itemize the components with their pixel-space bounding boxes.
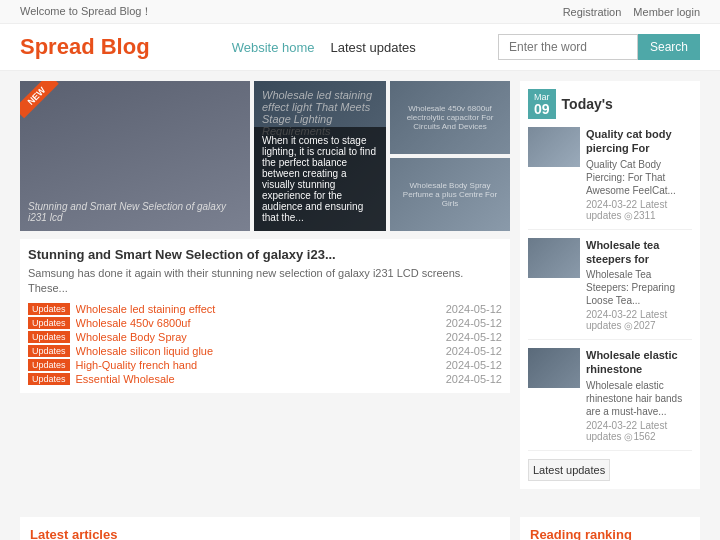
header: Spread Blog Website home Latest updates … [0,24,720,71]
nav-website-home[interactable]: Website home [232,40,315,55]
featured-left: NEW Stunning and Smart New Selection of … [20,81,250,231]
search-button[interactable]: Search [638,34,700,60]
today-thumb-3 [528,348,580,388]
update-badge-1: Updates [28,303,70,315]
new-badge-wrap: NEW [20,81,60,121]
register-link[interactable]: Registration [563,6,622,18]
feat-left-caption: Stunning and Smart New Selection of gala… [28,201,242,223]
latest-articles: Latest articles Stunning and Smart New S… [20,517,510,540]
update-item-3: Updates Wholesale Body Spray 2024-05-12 [28,331,502,343]
feat-right-bottom: Wholesale Body Spray Perfume a plus Cent… [390,158,510,231]
today-item-3: Wholesale elastic rhinestone Wholesale e… [528,348,692,451]
welcome-text: Welcome to Spread Blog！ [20,4,152,19]
update-badge-6: Updates [28,373,70,385]
featured-area: NEW Stunning and Smart New Selection of … [20,81,510,231]
article-main-desc: Samsung has done it again with their stu… [28,266,502,297]
featured-center: Wholesale led staining effect light That… [254,81,386,231]
todays-section: Mar 09 Today's Quality cat body piercing… [520,81,700,489]
latest-articles-title: Latest articles [30,527,500,540]
feat-right-top-text: Wholesale 450v 6800uf electrolytic capac… [390,100,510,135]
update-link-5[interactable]: High-Quality french hand [76,359,440,371]
right-sidebar: Mar 09 Today's Quality cat body piercing… [520,81,700,497]
today-info-3: Wholesale elastic rhinestone Wholesale e… [586,348,692,442]
update-date-6: 2024-05-12 [446,373,502,385]
update-link-1[interactable]: Wholesale led staining effect [76,303,440,315]
update-item-4: Updates Wholesale silicon liquid glue 20… [28,345,502,357]
update-item-5: Updates High-Quality french hand 2024-05… [28,359,502,371]
feat-center-caption: When it comes to stage lighting, it is c… [254,127,386,231]
bottom-section: Latest articles Stunning and Smart New S… [0,517,720,540]
logo: Spread Blog [20,34,150,60]
update-date-5: 2024-05-12 [446,359,502,371]
updates-list: Updates Wholesale led staining effect 20… [28,303,502,385]
search-bar: Search [498,34,700,60]
top-bar-links: Registration Member login [563,6,700,18]
today-item-meta-1: 2024-03-22 Latest updates ◎2311 [586,199,692,221]
today-views-1: ◎2311 [624,210,655,221]
update-link-3[interactable]: Wholesale Body Spray [76,331,440,343]
main-content: NEW Stunning and Smart New Selection of … [0,71,720,507]
update-item-6: Updates Essential Wholesale 2024-05-12 [28,373,502,385]
featured-right: Wholesale 450v 6800uf electrolytic capac… [390,81,510,231]
feat-right-top: Wholesale 450v 6800uf electrolytic capac… [390,81,510,154]
article-main-title: Stunning and Smart New Selection of gala… [28,247,502,262]
update-badge-2: Updates [28,317,70,329]
date-day: 09 [534,102,550,116]
update-date-2: 2024-05-12 [446,317,502,329]
latest-updates-button[interactable]: Latest updates [528,459,610,481]
today-item-meta-3: 2024-03-22 Latest updates ◎1562 [586,420,692,442]
update-item-2: Updates Wholesale 450v 6800uf 2024-05-12 [28,317,502,329]
today-views-3: ◎1562 [624,431,655,442]
update-link-4[interactable]: Wholesale silicon liquid glue [76,345,440,357]
today-info-2: Wholesale tea steepers for Wholesale Tea… [586,238,692,332]
today-views-2: ◎2027 [624,320,655,331]
today-item-title-1[interactable]: Quality cat body piercing For [586,127,692,156]
left-column: NEW Stunning and Smart New Selection of … [20,81,510,497]
today-info-1: Quality cat body piercing For Quality Ca… [586,127,692,221]
date-badge: Mar 09 [528,89,556,119]
update-date-4: 2024-05-12 [446,345,502,357]
today-item-desc-2: Wholesale Tea Steepers: Preparing Loose … [586,268,692,307]
reading-ranking-title: Reading ranking [530,527,690,540]
today-item-desc-1: Quality Cat Body Piercing: For That Awes… [586,158,692,197]
nav-latest-updates[interactable]: Latest updates [331,40,416,55]
update-date-3: 2024-05-12 [446,331,502,343]
today-item-desc-3: Wholesale elastic rhinestone hair bands … [586,379,692,418]
update-item-1: Updates Wholesale led staining effect 20… [28,303,502,315]
update-link-2[interactable]: Wholesale 450v 6800uf [76,317,440,329]
today-item-2: Wholesale tea steepers for Wholesale Tea… [528,238,692,341]
login-link[interactable]: Member login [633,6,700,18]
today-item-meta-2: 2024-03-22 Latest updates ◎2027 [586,309,692,331]
reading-ranking: Reading ranking Wholesale 1mm light guid… [520,517,700,540]
todays-title: Today's [562,96,613,112]
update-link-6[interactable]: Essential Wholesale [76,373,440,385]
update-badge-5: Updates [28,359,70,371]
update-date-1: 2024-05-12 [446,303,502,315]
today-thumb-2 [528,238,580,278]
top-bar: Welcome to Spread Blog！ Registration Mem… [0,0,720,24]
featured-center-image: Wholesale led staining effect light That… [254,81,386,231]
today-item-1: Quality cat body piercing For Quality Ca… [528,127,692,230]
new-badge: NEW [20,81,59,118]
article-main-info: Stunning and Smart New Selection of gala… [20,239,510,393]
today-item-title-3[interactable]: Wholesale elastic rhinestone [586,348,692,377]
search-input[interactable] [498,34,638,60]
update-badge-4: Updates [28,345,70,357]
nav-links: Website home Latest updates [232,40,416,55]
feat-right-bottom-text: Wholesale Body Spray Perfume a plus Cent… [390,177,510,212]
update-badge-3: Updates [28,331,70,343]
today-thumb-1 [528,127,580,167]
today-item-title-2[interactable]: Wholesale tea steepers for [586,238,692,267]
todays-header: Mar 09 Today's [528,89,692,119]
